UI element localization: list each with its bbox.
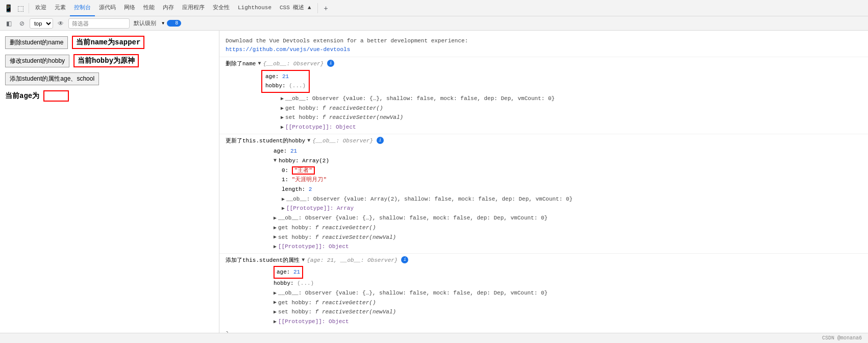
entry3-expand-set-hobby[interactable]: set hobby: f reactiveSetter(newVal) <box>274 307 864 317</box>
entry1-info-icon[interactable]: i <box>327 60 334 67</box>
level-label: 默认级别 <box>132 19 158 27</box>
error-badge[interactable]: 8 <box>167 20 181 27</box>
expand-icon[interactable] <box>274 289 277 298</box>
top-nav-bar: 📱 ⬚ 欢迎 元素 控制台 源代码 网络 性能 内存 应用程序 安全性 Ligh… <box>0 0 868 16</box>
entry2-expand-ob[interactable]: __ob__: Observer {value: {…}, shallow: f… <box>274 213 864 223</box>
expand-icon[interactable] <box>274 224 277 232</box>
modify-hobby-row: 修改student的hobby 当前hobby为原神 <box>5 54 214 67</box>
entry3-field-hobby: hobby: (...) <box>274 279 864 288</box>
current-name-status: 当前name为sapper <box>72 36 144 49</box>
console-caret: } <box>219 328 868 333</box>
devtools-msg: Download the Vue Devtools extension for … <box>226 38 468 44</box>
entry1-expand-get-hobby[interactable]: get hobby: f reactiveGetter() <box>274 104 864 113</box>
expand-icon[interactable] <box>282 204 285 213</box>
expand-icon[interactable] <box>282 195 285 204</box>
expand-icon[interactable] <box>274 214 277 223</box>
entry2-expand-proto-array[interactable]: [[Prototype]]: Array <box>282 204 864 213</box>
entry3-expand-get-hobby[interactable]: get hobby: f reactiveGetter() <box>274 298 864 308</box>
entry3-preview: {age: 21, __ob__: Observer} <box>307 256 398 265</box>
select-element-icon[interactable]: ⬚ <box>14 2 27 14</box>
tab-performance[interactable]: 性能 <box>139 0 159 16</box>
expand-icon[interactable] <box>274 242 277 251</box>
entry1-expanded: __ob__: Observer {value: {…}, shallow: f… <box>261 94 864 132</box>
entry1-toggle[interactable] <box>258 60 261 68</box>
entry3-age-highlight: age: 21 <box>274 266 303 279</box>
entry2-label: 更新了this.student的hobby <box>226 137 305 146</box>
hobby-toggle[interactable] <box>274 156 277 165</box>
tab-lighthouse[interactable]: Lighthouse <box>234 0 276 16</box>
clear-console-icon[interactable]: ⊘ <box>16 18 28 29</box>
tab-memory[interactable]: 内存 <box>159 0 178 16</box>
right-panel[interactable]: Download the Vue Devtools extension for … <box>219 31 868 333</box>
expand-icon[interactable] <box>281 123 284 132</box>
tab-css-overview[interactable]: CSS 概述 ▲ <box>276 0 315 16</box>
filter-input[interactable] <box>68 18 130 29</box>
tab-security[interactable]: 安全性 <box>209 0 234 16</box>
expand-icon[interactable] <box>281 104 284 113</box>
add-props-row: 添加student的属性age、school <box>5 72 214 85</box>
entry2-expand-ob-array[interactable]: __ob__: Observer {value: Array(2), shall… <box>282 194 864 204</box>
entry3-toggle[interactable] <box>302 256 305 264</box>
modify-hobby-button[interactable]: 修改student的hobby <box>5 55 69 67</box>
tab-sources[interactable]: 源代码 <box>95 0 120 16</box>
tab-network[interactable]: 网络 <box>120 0 139 16</box>
expand-icon[interactable] <box>281 94 284 103</box>
entry1-highlighted-block: age: 21 hobby: (...) <box>261 70 310 93</box>
footer: CSDN @monana6 <box>0 333 868 343</box>
expand-icon[interactable] <box>274 233 277 241</box>
entry2-header: 更新了this.student的hobby {__ob__: Observer}… <box>226 136 864 147</box>
entry1-expand-prototype[interactable]: [[Prototype]]: Object <box>274 122 864 132</box>
entry2-array-0: 0: "王者" <box>282 166 864 176</box>
entry2-expand-prototype[interactable]: [[Prototype]]: Object <box>274 242 864 252</box>
entry1-expand-ob[interactable]: __ob__: Observer {value: {…}, shallow: f… <box>274 94 864 104</box>
entry1-field-hobby: hobby: (...) <box>265 81 306 91</box>
add-props-button[interactable]: 添加student的属性age、school <box>5 72 99 85</box>
expand-icon[interactable] <box>281 113 284 122</box>
badge-dot <box>170 21 173 25</box>
main-content: 删除student的name 当前name为sapper 修改student的h… <box>0 31 868 333</box>
entry2-array-length: length: 2 <box>282 185 864 194</box>
entry2-toggle[interactable] <box>307 137 310 145</box>
entry2-array-items: 0: "王者" 1: "天涯明月刀" length: 2 __ob__: Obs… <box>282 166 864 213</box>
add-tab-button[interactable]: + <box>320 2 332 14</box>
console-entry-1: 删除了name {__ob__: Observer} i age: 21 hob… <box>219 57 868 134</box>
entry1-obj-body: age: 21 hobby: (...) <box>265 72 306 91</box>
tab-application[interactable]: 应用程序 <box>178 0 209 16</box>
hobby-key: hobby: Array(2) <box>279 156 329 166</box>
entry3-label: 添加了this.student的属性 <box>226 256 300 265</box>
current-hobby-status: 当前hobby为原神 <box>73 54 139 67</box>
age-value-box <box>43 90 69 102</box>
entry2-expand-get-hobby[interactable]: get hobby: f reactiveGetter() <box>274 223 864 233</box>
delete-name-button[interactable]: 删除student的name <box>5 36 68 49</box>
badge-count: 8 <box>175 20 178 26</box>
entry3-expand-ob[interactable]: __ob__: Observer {value: {…}, shallow: f… <box>274 288 864 298</box>
entry1-expand-set-hobby[interactable]: set hobby: f reactiveSetter(newVal) <box>274 113 864 122</box>
age-label: 当前age为 <box>5 91 39 101</box>
entry3-obj-body: age: 21 hobby: (...) __ob__: Observer {v… <box>261 266 864 326</box>
entry1-field-age: age: 21 <box>265 72 306 82</box>
entry3-expand-prototype[interactable]: [[Prototype]]: Object <box>274 317 864 327</box>
dock-side-icon[interactable]: ◧ <box>3 18 14 29</box>
expand-icon[interactable] <box>274 298 277 307</box>
nav-separator-2 <box>317 3 318 13</box>
entry2-field-age: age: 21 <box>274 146 864 156</box>
footer-credit: CSDN @monana6 <box>822 335 862 341</box>
entry2-info-icon[interactable]: i <box>377 137 384 144</box>
nav-separator-1 <box>29 3 29 13</box>
entry3-info-icon[interactable]: i <box>401 256 408 263</box>
expand-icon[interactable] <box>274 308 277 316</box>
context-select[interactable]: top <box>30 18 53 29</box>
entry1-header: 删除了name {__ob__: Observer} i <box>226 59 864 70</box>
entry2-expand-set-hobby[interactable]: set hobby: f reactiveSetter(newVal) <box>274 233 864 242</box>
entry2-hobby-row: hobby: Array(2) <box>274 156 864 166</box>
eye-icon[interactable]: 👁 <box>55 18 66 29</box>
tab-console[interactable]: 控制台 <box>70 0 95 16</box>
entry3-header: 添加了this.student的属性 {age: 21, __ob__: Obs… <box>226 255 864 266</box>
entry1-label: 删除了name <box>226 60 256 69</box>
device-toggle-icon[interactable]: 📱 <box>2 2 14 14</box>
console-entry-3: 添加了this.student的属性 {age: 21, __ob__: Obs… <box>219 253 868 328</box>
tab-welcome[interactable]: 欢迎 <box>31 0 51 16</box>
expand-icon[interactable] <box>274 317 277 326</box>
tab-elements[interactable]: 元素 <box>51 0 70 16</box>
devtools-link[interactable]: https://github.com/vuejs/vue-devtools <box>226 46 350 53</box>
